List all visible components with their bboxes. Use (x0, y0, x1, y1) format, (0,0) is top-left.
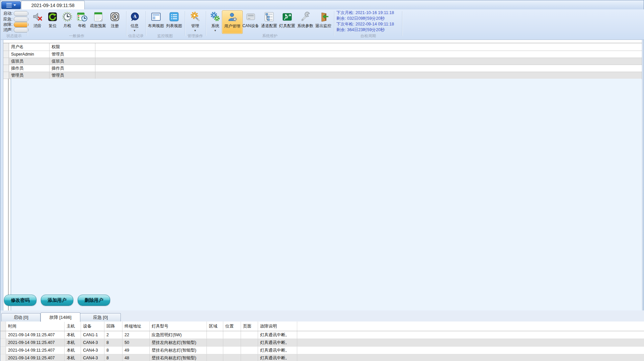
app-window: 2021-09-14 09:11:58 启动: 应急: 故障: 消声: 消 (0, 0, 644, 361)
change-password-button[interactable]: 修改密码 (4, 295, 36, 306)
button-label: 消音 (33, 23, 42, 29)
user-row[interactable]: SuperAdmin管理员 (3, 51, 642, 58)
monthly-remaining: 剩余: 032日09时59分20秒 (336, 16, 402, 21)
table-cell: 2021-09-14 09:11:25.407 (6, 339, 65, 346)
table-cell: 操作员 (50, 65, 95, 72)
button-label: 灯具配置 (279, 23, 295, 29)
channel-config-button[interactable]: 通道配置 (260, 10, 278, 33)
log-row[interactable]: 2021-09-14 09:11:25.407本机CAN4-3850壁挂左向标志… (0, 339, 644, 347)
user-management-button[interactable]: 用户管理 (222, 10, 243, 34)
row-selector[interactable] (3, 65, 9, 72)
table-cell: 壁挂右向标志灯(智能型) (150, 354, 207, 361)
can-device-button[interactable]: CAN设备 (241, 10, 260, 33)
button-label: 系统 (211, 23, 219, 29)
monthly-check-button[interactable]: 月检 (60, 10, 75, 33)
status-start: 启动: (3, 11, 28, 16)
divider (27, 11, 27, 36)
table-cell: 22 (123, 331, 150, 339)
table-cell: 管理员 (9, 72, 50, 79)
log-row[interactable]: 2021-09-14 09:11:25.407本机CAN4-3849壁挂右向标志… (0, 347, 644, 354)
registered-mark-icon: R (109, 11, 120, 22)
table-cell: 灯具通讯中断。 (258, 354, 297, 361)
user-table: 用户名 权限 SuperAdmin管理员值班员值班员操作员操作员管理员管理员 (3, 43, 642, 79)
app-menu-button[interactable] (1, 1, 21, 9)
log-column-header[interactable]: 主机 (65, 321, 81, 331)
tree-config-icon (263, 11, 275, 22)
row-selector[interactable] (3, 51, 9, 58)
system-params-button[interactable]: 系统参数 (296, 10, 315, 33)
detail-panel (11, 79, 642, 330)
info-button[interactable]: A 信息 ▼ (127, 10, 142, 33)
table-cell (241, 354, 258, 361)
row-selector[interactable] (3, 72, 9, 79)
table-cell: 值班员 (9, 58, 50, 65)
row-selector[interactable] (0, 354, 6, 361)
tab-emergency[interactable]: 应急 [0] (80, 313, 121, 321)
row-selector[interactable] (0, 331, 6, 339)
titlebar: 2021-09-14 09:11:58 (0, 0, 644, 10)
add-user-button[interactable]: 添加用户 (41, 295, 73, 306)
gears-icon (210, 11, 221, 22)
log-column-header[interactable]: 时间 (6, 321, 65, 331)
user-row[interactable]: 值班员值班员 (3, 58, 642, 65)
table-cell: 2021-09-14 09:11:25.407 (6, 354, 65, 361)
disk-drive-icon (245, 11, 256, 22)
column-header-username[interactable]: 用户名 (9, 43, 50, 51)
table-cell: CAN4-3 (81, 339, 104, 346)
table-cell: 本机 (65, 354, 81, 361)
status-lamp-start (14, 11, 28, 16)
table-cell (207, 331, 223, 339)
delete-user-button[interactable]: 删除用户 (78, 295, 110, 306)
clock-tab[interactable]: 2021-09-14 09:11:58 (21, 1, 85, 10)
annual-check-button[interactable]: 年检 (75, 10, 89, 33)
log-column-header[interactable]: 设备 (81, 321, 104, 331)
log-column-header[interactable]: 区域 (207, 321, 223, 331)
divider (206, 11, 206, 36)
log-column-header[interactable]: 位置 (223, 321, 241, 331)
layout-view-button[interactable]: 布局视图 (147, 10, 165, 33)
row-selector[interactable] (0, 347, 6, 354)
log-column-header-empty (297, 321, 644, 331)
register-button[interactable]: R 注册 (107, 10, 122, 33)
manage-button[interactable]: 管理 ▼ (188, 10, 203, 33)
system-button[interactable]: 系统 ▼ (208, 10, 223, 33)
table-cell (207, 354, 223, 361)
evacuation-plan-button[interactable]: 疏散预案 (88, 10, 108, 33)
row-selector[interactable] (0, 339, 6, 346)
next-annual-check: 下次年检: 2022-09-14 09:11:18 (336, 21, 402, 27)
log-column-header[interactable]: 故障说明 (258, 321, 297, 331)
log-column-header[interactable]: 页面 (241, 321, 258, 331)
lamp-config-button[interactable]: 灯具配置 (278, 10, 297, 33)
user-actions: 修改密码 添加用户 删除用户 (4, 295, 110, 306)
table-cell: 操作员 (9, 65, 50, 72)
dropdown-arrow-icon: ▼ (194, 29, 196, 32)
divider (146, 11, 146, 36)
reset-button[interactable]: 复位 (45, 10, 60, 33)
log-table-header: 时间主机设备回路终端地址灯具型号区域位置页面故障说明 (0, 321, 644, 331)
log-column-header[interactable]: 回路 (104, 321, 123, 331)
row-selector[interactable] (3, 58, 9, 65)
log-column-header[interactable]: 灯具型号 (150, 321, 207, 331)
table-cell: 2 (104, 331, 123, 339)
log-row[interactable]: 2021-09-14 09:11:25.407本机CAN4-3848壁挂右向标志… (0, 354, 644, 361)
button-label: CAN设备 (242, 23, 259, 29)
tab-start[interactable]: 启动 [0] (1, 313, 41, 321)
log-column-header[interactable]: 终端地址 (123, 321, 150, 331)
log-row[interactable]: 2021-09-14 09:11:25.407本机CAN1-1222应急照明灯(… (0, 331, 644, 339)
gear-wrench-icon (189, 11, 201, 22)
table-cell (241, 339, 258, 346)
mute-button[interactable]: 消音 (30, 10, 45, 33)
table-cell: 2021-09-14 09:11:25.407 (6, 331, 65, 339)
exit-monitor-button[interactable]: 退出监控 (314, 10, 333, 33)
user-row[interactable]: 管理员管理员 (3, 72, 642, 79)
button-label: 用户管理 (224, 23, 240, 29)
table-cell: 管理员 (50, 51, 95, 58)
user-gear-icon (227, 11, 238, 23)
tab-fault[interactable]: 故障 [1486] (41, 312, 80, 322)
column-header-permission[interactable]: 权限 (50, 43, 95, 51)
list-view-button[interactable]: 列表视图 (165, 10, 183, 33)
table-cell-empty (297, 331, 644, 339)
speaker-mute-icon (32, 11, 43, 22)
table-cell (223, 331, 241, 339)
user-row[interactable]: 操作员操作员 (3, 65, 642, 72)
